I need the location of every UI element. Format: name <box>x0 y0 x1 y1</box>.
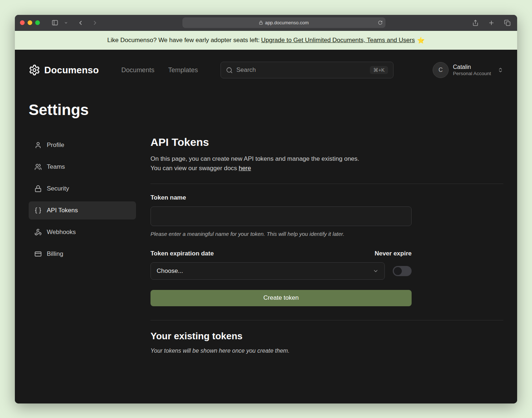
star-icon: ⭐ <box>417 37 425 44</box>
never-expire-label: Never expire <box>375 250 412 257</box>
braces-icon <box>34 207 42 214</box>
tab-overview-icon[interactable] <box>503 18 512 28</box>
sidebar-item-api-tokens[interactable]: API Tokens <box>29 201 136 220</box>
section-description: On this page, you can create new API tok… <box>150 154 503 173</box>
chevrons-up-down-icon <box>498 67 503 73</box>
settings-content: Profile Teams Security <box>29 136 503 354</box>
credit-card-icon <box>34 250 42 258</box>
browser-nav-buttons <box>76 18 100 28</box>
divider <box>150 184 503 184</box>
app-page: Documenso Documents Templates Search ⌘+K… <box>15 50 517 403</box>
user-icon <box>34 142 42 149</box>
brand-logo[interactable]: Documenso <box>29 64 99 76</box>
sidebar-item-label: Teams <box>47 163 65 171</box>
token-name-label: Token name <box>150 194 503 201</box>
share-icon[interactable] <box>471 18 480 28</box>
new-tab-icon[interactable] <box>487 18 496 28</box>
expiration-label: Token expiration date <box>150 250 214 257</box>
user-account-type: Personal Account <box>453 71 491 77</box>
avatar: C <box>433 62 449 78</box>
search-placeholder: Search <box>236 66 366 74</box>
minimize-window-button[interactable] <box>28 20 32 25</box>
address-bar[interactable]: app.documenso.com <box>182 17 385 28</box>
lock-icon <box>34 185 42 192</box>
expiration-controls-row: Choose... <box>150 262 412 280</box>
top-nav: Documents Templates <box>121 66 198 74</box>
banner-text: Like Documenso? We have few early adopte… <box>107 37 260 44</box>
api-tokens-panel: API Tokens On this page, you can create … <box>150 136 503 354</box>
refresh-icon[interactable] <box>378 20 383 25</box>
nav-documents[interactable]: Documents <box>121 66 154 74</box>
upgrade-banner: Like Documenso? We have few early adopte… <box>15 31 517 50</box>
search-shortcut-badge: ⌘+K <box>370 66 388 74</box>
search-input[interactable]: Search ⌘+K <box>220 62 393 78</box>
page-title: Settings <box>29 101 503 119</box>
create-token-button[interactable]: Create token <box>150 290 412 306</box>
token-name-input[interactable] <box>150 206 412 226</box>
sidebar-item-label: Security <box>47 185 69 192</box>
divider <box>150 320 503 320</box>
expiration-labels-row: Token expiration date Never expire <box>150 250 412 257</box>
chevron-down-icon[interactable] <box>63 20 69 25</box>
description-line1: On this page, you can create new API tok… <box>150 155 359 162</box>
expiration-select-value: Choose... <box>157 267 183 275</box>
existing-tokens-hint: Your tokens will be shown here once you … <box>150 348 503 354</box>
swagger-docs-link[interactable]: here <box>239 165 251 172</box>
sidebar-item-label: Billing <box>47 250 63 258</box>
settings-sidebar: Profile Teams Security <box>29 136 136 354</box>
sidebar-item-profile[interactable]: Profile <box>29 136 136 154</box>
app-header: Documenso Documents Templates Search ⌘+K… <box>29 50 503 81</box>
address-bar-area: app.documenso.com <box>103 17 464 28</box>
user-menu[interactable]: C Catalin Personal Account <box>433 62 503 78</box>
sidebar-item-webhooks[interactable]: Webhooks <box>29 223 136 241</box>
toggle-knob <box>394 267 402 275</box>
url-text: app.documenso.com <box>265 20 309 25</box>
brand-name: Documenso <box>44 65 99 76</box>
nav-templates[interactable]: Templates <box>168 66 198 74</box>
back-button[interactable] <box>76 18 85 28</box>
user-name: Catalin <box>453 63 491 71</box>
section-heading: API Tokens <box>150 136 503 148</box>
search-icon <box>226 67 233 74</box>
sidebar-item-label: API Tokens <box>47 207 78 214</box>
sidebar-item-teams[interactable]: Teams <box>29 158 136 176</box>
expiration-select[interactable]: Choose... <box>150 262 385 280</box>
users-icon <box>34 163 42 171</box>
never-expire-toggle[interactable] <box>393 266 412 276</box>
close-window-button[interactable] <box>20 20 25 25</box>
zoom-window-button[interactable] <box>35 20 40 25</box>
existing-tokens-heading: Your existing tokens <box>150 331 503 342</box>
sidebar-item-security[interactable]: Security <box>29 180 136 198</box>
token-name-hint: Please enter a meaningful name for your … <box>150 231 503 237</box>
browser-actions <box>471 18 512 28</box>
documenso-logo-icon <box>29 64 40 76</box>
window-controls <box>20 20 40 25</box>
chevron-down-icon <box>373 268 379 274</box>
browser-toolbar: app.documenso.com <box>15 15 517 31</box>
description-line2: You can view our swagger docs <box>150 165 239 172</box>
forward-button[interactable] <box>90 18 100 28</box>
sidebar-item-billing[interactable]: Billing <box>29 245 136 263</box>
webhook-icon <box>34 229 42 236</box>
sidebar-item-label: Profile <box>47 142 64 149</box>
browser-window: app.documenso.com Like Documenso? We hav… <box>15 15 517 403</box>
sidebar-item-label: Webhooks <box>47 229 76 236</box>
upgrade-link[interactable]: Upgrade to Get Unlimited Documents, Team… <box>261 37 415 44</box>
sidebar-toggle-icon[interactable] <box>50 18 60 28</box>
lock-icon <box>259 21 263 25</box>
